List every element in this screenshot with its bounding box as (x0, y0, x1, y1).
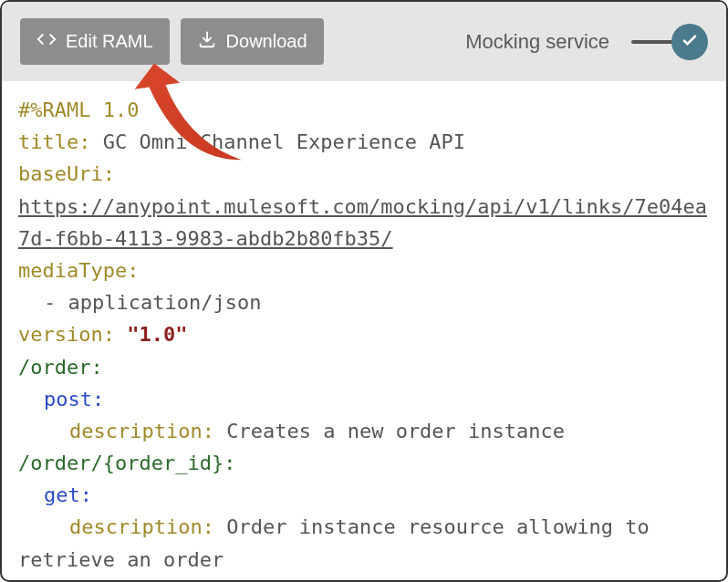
toolbar: Edit RAML Download Mocking service (2, 2, 726, 81)
edit-raml-button[interactable]: Edit RAML (20, 18, 170, 65)
mediatype-key: mediaType: (18, 259, 139, 282)
version-key: version: (18, 323, 115, 346)
method-post: post: (44, 388, 104, 411)
edit-raml-label: Edit RAML (66, 31, 153, 52)
method-get: get: (44, 483, 92, 506)
raml-code-view: #%RAML 1.0 title: GC Omni Channel Experi… (2, 81, 726, 582)
toggle-track (631, 40, 677, 44)
baseuri-link[interactable]: https://anypoint.mulesoft.com/mocking/ap… (18, 195, 707, 250)
code-icon (36, 29, 57, 54)
path-order: /order: (18, 356, 103, 379)
description-key-2: description: (69, 515, 214, 538)
title-value: GC Omni Channel Experience API (90, 130, 465, 153)
check-icon (681, 31, 699, 53)
mediatype-item: - application/json (44, 291, 261, 314)
download-label: Download (226, 31, 307, 52)
title-key: title: (18, 130, 90, 153)
download-icon (197, 29, 217, 54)
mocking-service-label: Mocking service (465, 30, 609, 54)
description-value: Creates a new order instance (214, 420, 565, 442)
description-key: description: (69, 420, 214, 442)
baseuri-key: baseUri: (18, 162, 115, 185)
mocking-service-toggle[interactable] (631, 24, 708, 60)
version-value: "1.0" (127, 323, 187, 346)
toggle-knob (671, 24, 708, 60)
download-button[interactable]: Download (181, 18, 324, 65)
path-order-id: /order/{order_id}: (18, 452, 235, 474)
raml-directive: #%RAML 1.0 (18, 99, 139, 121)
